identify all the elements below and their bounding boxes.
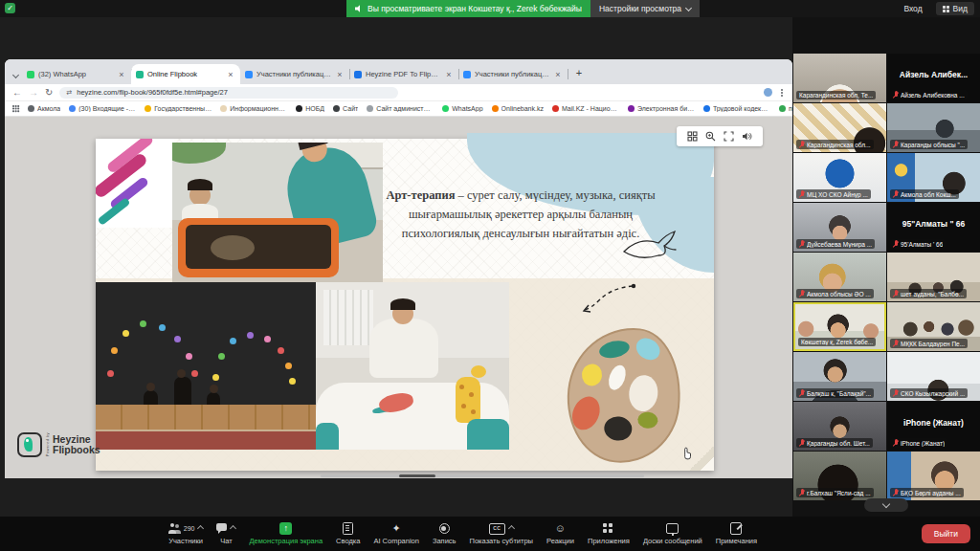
tab-close-icon[interactable] [553, 70, 563, 79]
fullscreen-icon[interactable] [724, 131, 734, 142]
participant-tile[interactable]: Акмола облысы ӘО ... [793, 253, 886, 301]
bookmark-item[interactable]: Трудовой кодекс К... [703, 105, 770, 112]
bookmark-item[interactable]: Электронная бирж... [628, 105, 695, 112]
participant-tile[interactable]: БҚО Бөрлі ауданы ... [887, 452, 980, 500]
chevron-up-icon[interactable] [197, 525, 204, 532]
new-tab-button[interactable] [571, 66, 587, 81]
toolbar-button[interactable]: Примечания [709, 517, 764, 551]
chevron-up-icon[interactable] [230, 525, 236, 532]
participant-name: Акмола обл Кокш... [901, 191, 956, 198]
view-button[interactable]: Вид [936, 2, 974, 15]
bookmarks-apps-icon[interactable] [12, 105, 19, 112]
bookmark-item[interactable]: Акмола [28, 105, 60, 112]
participant-tile[interactable]: 95"Алматы " 66 95'Алматы ' 66 [887, 203, 980, 252]
reload-icon[interactable]: ↻ [45, 84, 53, 100]
toolbar-button[interactable]: Сводка [329, 517, 367, 551]
view-settings-button[interactable]: Настройки просмотра [590, 0, 700, 17]
bookmark-item[interactable]: Государственные з... [145, 105, 212, 112]
participant-name: Карагандинская обл... [807, 142, 871, 148]
toolbar-button[interactable]: AI Companion [367, 517, 426, 551]
tab-close-icon[interactable] [444, 70, 454, 79]
bookmark-item[interactable]: WhatsApp [442, 105, 482, 112]
toolbar-button[interactable]: Реакции [540, 517, 581, 551]
profile-avatar[interactable] [764, 88, 772, 97]
participant-name: г.Балхаш "Ясли-сад ... [807, 490, 871, 496]
bookmark-item[interactable]: переводчик рус ка... [779, 105, 792, 112]
participant-tile[interactable]: шет ауданы, "Балбө... [887, 253, 980, 301]
participant-tile[interactable]: Айзель Алибек... Айзель Алибековна ... [887, 54, 980, 102]
flipbook-content-area: Арт-терапия – сурет салу, мүсіндеу, музы… [5, 117, 792, 478]
horizontal-scrollbar[interactable] [321, 474, 644, 477]
navbar-right-icons [764, 88, 785, 97]
toolbar-button[interactable]: Демонстрация экрана [242, 517, 329, 551]
toolbar-icon [343, 522, 353, 535]
toolbar-button[interactable]: Доски сообщений [636, 517, 709, 551]
toolbar-icon [554, 522, 566, 535]
tab-close-icon[interactable] [226, 70, 235, 79]
viewing-screen-banner: Вы просматриваете экран Кокшетау қ., Zer… [346, 0, 590, 17]
participant-tile[interactable]: Карагандинская обл, Те... [793, 54, 886, 102]
heyzine-wordmark: Heyzine Flipbooks [53, 434, 100, 455]
bookmark-item[interactable]: Сайт [333, 105, 358, 112]
tab-search-chevron-icon[interactable] [9, 65, 22, 84]
tab-close-icon[interactable] [335, 70, 345, 79]
participant-tile[interactable]: СКО Кызылжарский ... [887, 352, 980, 401]
participant-tile[interactable]: Карагандинская обл... [793, 103, 886, 152]
forward-icon[interactable]: → [29, 84, 38, 100]
flipbook-page[interactable]: Арт-терапия – сурет салу, мүсіндеу, музы… [96, 139, 714, 471]
url-bar[interactable]: heyzine.com/flip-book/965f0fdf5e.html#pa… [59, 87, 398, 99]
back-icon[interactable]: ← [12, 84, 22, 100]
tab-title: Участники публикации - Zoom [256, 70, 331, 78]
sound-icon[interactable] [742, 131, 752, 142]
toolbar-label: Примечания [716, 537, 757, 545]
browser-tab[interactable]: (32) WhatsApp [22, 64, 131, 84]
participant-center-name: iPhone (Жанат) [887, 402, 980, 443]
browser-tab[interactable]: Участники публикации - Zoom [458, 64, 568, 84]
bookmark-item[interactable]: (30) Входящие - По... [69, 105, 136, 112]
participant-name: 95'Алматы ' 66 [901, 241, 943, 248]
toolbar-button[interactable]: Запись [426, 517, 463, 551]
browser-tab[interactable]: Участники публикации - Zoom [240, 64, 349, 84]
tab-favicon [136, 71, 144, 78]
browser-menu-icon[interactable] [781, 92, 783, 94]
participant-tile[interactable]: Дүйсебаева Мунира ... [793, 203, 886, 252]
participant-name: Қараганды обл. Шет... [807, 440, 870, 447]
toolbar-button[interactable]: 290 Участники [162, 517, 211, 551]
browser-tab[interactable]: Online Flipbook [131, 64, 240, 84]
bookmark-item[interactable]: Mail.KZ - Национал... [552, 105, 619, 112]
participant-tile[interactable]: Балқаш к, "Балақай"... [793, 352, 886, 401]
login-button[interactable]: Вход [898, 2, 927, 15]
tab-close-icon[interactable] [117, 70, 126, 79]
participant-tile[interactable]: iPhone (Жанат) iPhone (Жанат) [887, 402, 980, 451]
toolbar-button[interactable]: Чат [210, 517, 242, 551]
url-text: heyzine.com/flip-book/965f0fdf5e.html#pa… [77, 88, 228, 97]
browser-tab[interactable]: Heyzine PDF To Flipbook - Onl [349, 64, 458, 84]
bookmark-item[interactable]: Onlinebank.kz [492, 105, 544, 112]
participant-tile[interactable]: МЦ ХО СКО Айнур ... [793, 153, 886, 202]
participant-tile[interactable]: МҚКК Балдаурен Пе... [887, 302, 980, 351]
participant-name-label: г.Балхаш "Ясли-сад ... [796, 488, 874, 497]
bookmark-item[interactable]: Информационная к... [220, 105, 287, 112]
zoom-in-icon[interactable] [705, 131, 716, 142]
participant-tile[interactable]: Акмола обл Кокш... [887, 153, 980, 202]
bookmark-favicon [367, 105, 373, 112]
tab-favicon [27, 71, 34, 78]
bookmark-item[interactable]: Сайт администрир... [367, 105, 434, 112]
participant-tile[interactable]: г.Балхаш "Ясли-сад ... [793, 452, 886, 500]
viewing-banner-text: Вы просматриваете экран Кокшетау қ., Zer… [368, 4, 582, 13]
scroll-participants-down-button[interactable] [864, 498, 908, 512]
heyzine-logo[interactable]: Powered by Heyzine Flipbooks [17, 432, 100, 457]
chevron-up-icon[interactable] [508, 525, 515, 532]
toolbar-button[interactable]: Показать субтитры [463, 517, 540, 551]
participant-tile[interactable]: Көкшетау қ, Zerek бөбе... [793, 302, 886, 351]
site-settings-icon[interactable] [66, 89, 72, 97]
pages-grid-icon[interactable] [687, 131, 698, 142]
bookmark-item[interactable]: НОБД [296, 105, 324, 112]
participant-name-label: Карагандинская обл, Те... [796, 91, 876, 99]
participant-tile[interactable]: Караганды облысы "... [887, 103, 980, 152]
toolbar-button[interactable]: Приложения [581, 517, 636, 551]
scrollbar-thumb[interactable] [399, 474, 435, 477]
participant-grid: Карагандинская обл, Те... Айзель Алибек.… [793, 54, 980, 500]
leave-meeting-button[interactable]: Выйти [922, 524, 970, 543]
participant-tile[interactable]: Қараганды обл. Шет... [793, 402, 886, 451]
